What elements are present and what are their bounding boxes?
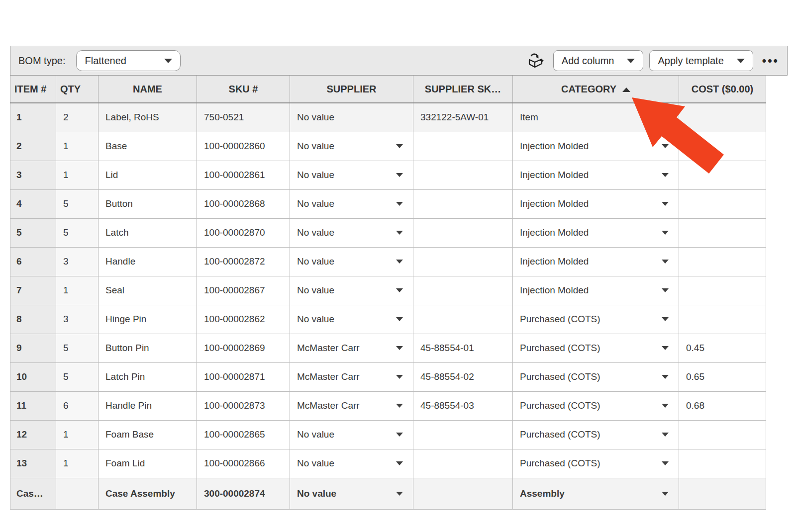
sku-cell[interactable]: 100-00002870 [197, 218, 290, 247]
column-header-name[interactable]: NAME [99, 76, 197, 103]
supplier-dropdown-cell[interactable]: No value [290, 161, 413, 189]
name-cell[interactable]: Handle [99, 247, 197, 276]
sku-cell[interactable]: 100-00002867 [197, 276, 290, 305]
sku-cell[interactable]: 100-00002873 [197, 391, 290, 420]
qty-cell[interactable]: 1 [56, 420, 99, 449]
qty-cell[interactable]: 3 [56, 305, 99, 334]
category-dropdown-cell[interactable]: Injection Molded [513, 218, 679, 247]
name-cell[interactable]: Button Pin [99, 334, 197, 362]
cost-cell[interactable] [679, 189, 766, 218]
sku-cell[interactable]: 100-00002868 [197, 189, 290, 218]
name-cell[interactable]: Foam Base [99, 420, 197, 449]
supplier-dropdown-cell[interactable]: No value [290, 420, 413, 449]
cost-cell[interactable] [679, 218, 766, 247]
name-cell[interactable]: Seal [99, 276, 197, 305]
supplier-sku-cell[interactable] [413, 305, 513, 334]
supplier-dropdown-cell[interactable]: McMaster Carr [290, 362, 413, 391]
supplier-dropdown-cell[interactable]: No value [290, 103, 413, 132]
qty-cell[interactable]: 5 [56, 189, 99, 218]
cost-cell[interactable] [679, 161, 766, 189]
column-header-sku[interactable]: SKU # [197, 76, 290, 103]
supplier-sku-cell[interactable] [413, 478, 513, 509]
cost-cell[interactable] [679, 276, 766, 305]
qty-cell[interactable]: 3 [56, 247, 99, 276]
column-header-supplier_sku[interactable]: SUPPLIER SK… [413, 76, 513, 103]
supplier-sku-cell[interactable] [413, 218, 513, 247]
add-column-button[interactable]: Add column [553, 50, 644, 71]
apply-template-button[interactable]: Apply template [649, 50, 753, 71]
category-dropdown-cell[interactable]: Purchased (COTS) [513, 334, 679, 362]
supplier-sku-cell[interactable]: 45-88554-03 [413, 391, 513, 420]
cost-cell[interactable] [679, 420, 766, 449]
supplier-dropdown-cell[interactable]: No value [290, 305, 413, 334]
supplier-dropdown-cell[interactable]: No value [290, 189, 413, 218]
column-header-supplier[interactable]: SUPPLIER [290, 76, 413, 103]
category-dropdown-cell[interactable]: Injection Molded [513, 276, 679, 305]
category-dropdown-cell[interactable]: Injection Molded [513, 161, 679, 189]
supplier-dropdown-cell[interactable]: McMaster Carr [290, 391, 413, 420]
category-dropdown-cell[interactable]: Injection Molded [513, 189, 679, 218]
qty-cell[interactable]: 5 [56, 334, 99, 362]
qty-cell[interactable]: 1 [56, 276, 99, 305]
cost-cell[interactable]: 0.45 [679, 334, 766, 362]
name-cell[interactable]: Foam Lid [99, 449, 197, 478]
supplier-sku-cell[interactable]: 332122-5AW-01 [413, 103, 513, 132]
sku-cell[interactable]: 100-00002869 [197, 334, 290, 362]
supplier-dropdown-cell[interactable]: No value [290, 478, 413, 509]
sku-cell[interactable]: 300-00002874 [197, 478, 290, 509]
supplier-dropdown-cell[interactable]: No value [290, 449, 413, 478]
supplier-sku-cell[interactable] [413, 276, 513, 305]
overflow-menu-button[interactable]: ••• [762, 55, 779, 67]
supplier-dropdown-cell[interactable]: No value [290, 132, 413, 161]
qty-cell[interactable]: 5 [56, 218, 99, 247]
qty-cell[interactable]: 6 [56, 391, 99, 420]
sku-cell[interactable]: 100-00002862 [197, 305, 290, 334]
name-cell[interactable]: Label, RoHS [99, 103, 197, 132]
name-cell[interactable]: Button [99, 189, 197, 218]
qty-cell[interactable] [56, 478, 99, 509]
sku-cell[interactable]: 100-00002871 [197, 362, 290, 391]
sku-cell[interactable]: 100-00002865 [197, 420, 290, 449]
supplier-sku-cell[interactable]: 45-88554-02 [413, 362, 513, 391]
sku-cell[interactable]: 750-0521 [197, 103, 290, 132]
cost-cell[interactable] [679, 305, 766, 334]
supplier-sku-cell[interactable] [413, 132, 513, 161]
cost-cell[interactable]: 0.68 [679, 391, 766, 420]
supplier-sku-cell[interactable] [413, 161, 513, 189]
sku-cell[interactable]: 100-00002860 [197, 132, 290, 161]
name-cell[interactable]: Handle Pin [99, 391, 197, 420]
supplier-dropdown-cell[interactable]: No value [290, 218, 413, 247]
category-dropdown-cell[interactable]: Purchased (COTS) [513, 305, 679, 334]
supplier-dropdown-cell[interactable]: No value [290, 247, 413, 276]
category-dropdown-cell[interactable]: Purchased (COTS) [513, 449, 679, 478]
column-header-category[interactable]: CATEGORY [513, 76, 679, 103]
column-header-cost[interactable]: COST ($0.00) [679, 76, 766, 103]
column-header-qty[interactable]: QTY [56, 76, 99, 103]
name-cell[interactable]: Latch [99, 218, 197, 247]
cost-cell[interactable] [679, 132, 766, 161]
supplier-dropdown-cell[interactable]: McMaster Carr [290, 334, 413, 362]
sku-cell[interactable]: 100-00002861 [197, 161, 290, 189]
category-dropdown-cell[interactable]: Purchased (COTS) [513, 391, 679, 420]
bom-type-dropdown[interactable]: Flattened [76, 50, 181, 71]
cost-cell[interactable]: 0.65 [679, 362, 766, 391]
name-cell[interactable]: Base [99, 132, 197, 161]
category-dropdown-cell[interactable]: Item [513, 103, 679, 132]
qty-cell[interactable]: 1 [56, 132, 99, 161]
cost-cell[interactable] [679, 103, 766, 132]
category-dropdown-cell[interactable]: Injection Molded [513, 132, 679, 161]
cost-cell[interactable] [679, 478, 766, 509]
column-header-item[interactable]: ITEM # [10, 76, 56, 103]
category-dropdown-cell[interactable]: Assembly [513, 478, 679, 509]
sku-cell[interactable]: 100-00002866 [197, 449, 290, 478]
name-cell[interactable]: Lid [99, 161, 197, 189]
category-dropdown-cell[interactable]: Injection Molded [513, 247, 679, 276]
supplier-sku-cell[interactable] [413, 420, 513, 449]
cost-cell[interactable] [679, 449, 766, 478]
supplier-sku-cell[interactable] [413, 247, 513, 276]
category-dropdown-cell[interactable]: Purchased (COTS) [513, 362, 679, 391]
qty-cell[interactable]: 1 [56, 161, 99, 189]
sku-cell[interactable]: 100-00002872 [197, 247, 290, 276]
qty-cell[interactable]: 5 [56, 362, 99, 391]
name-cell[interactable]: Case Assembly [99, 478, 197, 509]
